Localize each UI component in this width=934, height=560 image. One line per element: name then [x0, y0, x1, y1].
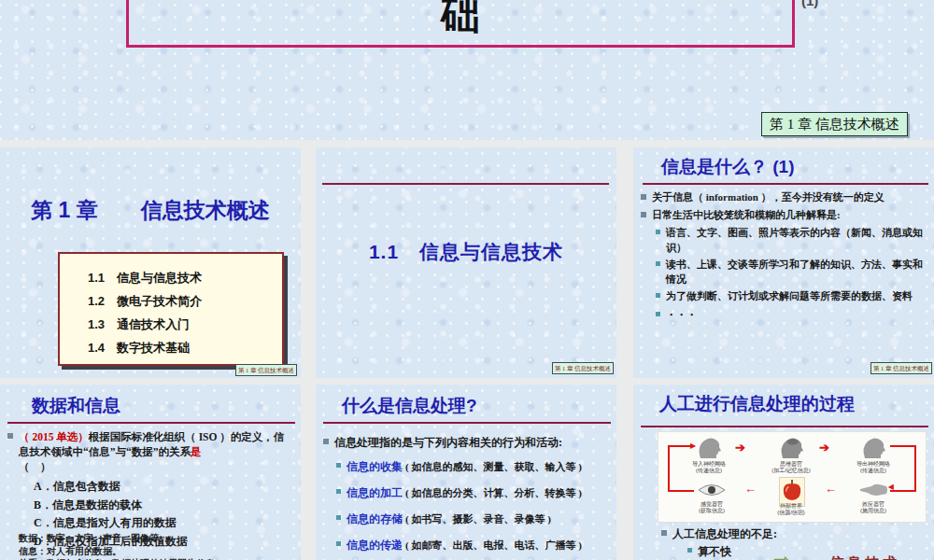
manual-title: 人工进行信息处理的过程: [659, 392, 855, 416]
drawback-item: 算不快: [698, 544, 731, 560]
option-c: C．信息是指对人有用的数据: [34, 514, 188, 533]
slide-section-1-1: 1.1 信息与信息技术 第 1 章 信息技术概述: [316, 147, 616, 378]
arrowhead-icon: ◀: [888, 483, 894, 491]
chapter-badge-mini: 第 1 章 信息技术概述: [235, 364, 297, 376]
bullet-square-icon: [656, 293, 660, 298]
toc-item: 1.1 信息与信息技术: [88, 266, 282, 289]
process-title: 什么是信息处理?: [342, 394, 477, 418]
note-line: 信息：对人有用的数据。: [19, 545, 215, 558]
bullet-square-icon: [7, 433, 13, 439]
chapter-badge: 第 1 章 信息技术概述: [761, 112, 908, 136]
block-arrow-icon: ⇨: [773, 549, 790, 560]
diagram-label: 思维器官(加工/记忆信息): [758, 461, 824, 474]
process-item-desc: ( 如信息的分类、计算、分析、转换等 ): [405, 487, 582, 498]
slides-preview-page: 础 (1) 第 1 章 信息技术概述 第 1 章 信息技术概述 1.1 信息与信…: [0, 0, 934, 560]
arrow-left-icon: ←: [825, 483, 837, 495]
head-profile-icon: [696, 436, 722, 464]
info-sub-bullet: 读书、上课、交谈等所学习和了解的知识、方法、事实和情况: [666, 258, 930, 287]
slide-what-is-information: 信息是什么？ (1) 关于信息（ information ），至今并没有统一的定…: [633, 147, 934, 378]
process-item-head: 信息的加工: [347, 486, 403, 499]
title-underline: [323, 422, 611, 424]
process-item-desc: ( 如书写、摄影、录音、录像等 ): [405, 513, 551, 525]
info-sub-bullet: 为了做判断、订计划或求解问题等所需要的数据、资料: [666, 289, 913, 304]
bullet-square-icon: [323, 439, 329, 444]
bullet-square-icon: [661, 530, 667, 536]
bullet-square-icon: [656, 230, 660, 234]
arrow-right-icon: ➔: [735, 441, 745, 454]
data-title: 数据和信息: [32, 394, 120, 418]
question-red-char: 是: [191, 446, 202, 457]
manual-process-diagram: ➔ ➔ 导入神经网络(传递信息) 思维器官(加工/记忆信息) 导出神经网络(传递…: [658, 431, 927, 523]
pointing-hand-icon: [858, 483, 888, 501]
exam-tag: （ 2015 单选）: [19, 431, 89, 442]
partial-bottom-text: 信息技术: [829, 554, 900, 560]
cover-title-box: 础: [126, 0, 795, 48]
option-a: A．信息包含数据: [34, 478, 188, 497]
info-sub-bullet: ・・・: [666, 308, 697, 323]
title-underline: [641, 426, 928, 427]
arrow-right-icon: ➔: [819, 441, 829, 454]
bullet-square-icon: [687, 548, 692, 553]
bullet-square-icon: [336, 489, 341, 494]
chapter-badge-mini: 第 1 章 信息技术概述: [552, 362, 614, 374]
info-sub-bullet: 语言、文字、图画、照片等表示的内容（新闻、消息或知识）: [666, 226, 930, 256]
title-underline: [643, 183, 928, 185]
title-underline: [7, 422, 295, 424]
toc-item: 1.2 微电子技术简介: [88, 289, 282, 313]
toc-title: 第 1 章 信息技术概述: [0, 196, 301, 225]
process-item-head: 信息的存储: [347, 512, 403, 525]
toc-box: 1.1 信息与信息技术 1.2 微电子技术简介 1.3 通信技术入门 1.4 数…: [58, 252, 284, 366]
process-lead: 信息处理指的是与下列内容相关的行为和活动:: [334, 435, 562, 451]
head-profile-icon: [778, 436, 804, 464]
arrowhead-icon: ▶: [690, 442, 696, 450]
slide-information-processing: 什么是信息处理? 信息处理指的是与下列内容相关的行为和活动: 信息的收集 ( 如…: [316, 385, 616, 560]
toc-item: 1.4 数字技术基础: [88, 336, 282, 359]
bullet-square-icon: [336, 515, 341, 520]
option-b: B．信息是数据的载体: [34, 497, 188, 515]
process-item-head: 信息的收集: [347, 460, 403, 473]
info-bullet: 日常生活中比较笼统和模糊的几种解释是:: [652, 208, 841, 223]
bullet-square-icon: [641, 194, 646, 200]
cover-title-tail: 础: [129, 0, 792, 41]
diagram-label: 外部世界(信源/信宿): [758, 503, 824, 516]
process-item-head: 信息的传递: [347, 539, 403, 552]
cover-corner-mark: (1): [801, 0, 818, 8]
slide-manual-processing: 人工进行信息处理的过程 ➔ ➔ 导入神经网络(传递信息) 思维器官(加工/记忆信…: [633, 385, 934, 560]
slide-cover: 础 (1) 第 1 章 信息技术概述: [0, 0, 934, 140]
arrow-left-icon: ←: [744, 483, 757, 495]
slide-data-and-information: 数据和信息 （ 2015 单选）根据国际标准化组织（ ISO ）的定义，信息技术…: [0, 385, 301, 560]
bullet-square-icon: [336, 463, 341, 468]
cycle-rail-left: [668, 445, 694, 492]
bullet-square-icon: [336, 541, 341, 546]
section-title: 1.1 信息与信息技术: [316, 239, 616, 265]
head-profile-icon: [860, 436, 886, 464]
bullet-square-icon: [641, 212, 646, 217]
eye-icon: [698, 483, 726, 500]
diagram-label: 效应器官(施用信息): [841, 501, 906, 514]
process-item-desc: ( 如邮寄、出版、电报、电话、广播等 ): [405, 539, 582, 551]
answer-notes: 数据：数字、文字、声音、图像等。 信息：对人有用的数据。 关系：数据包含信息，数…: [19, 532, 215, 560]
info-bullet: 关于信息（ information ），至今并没有统一的定义: [652, 190, 884, 205]
divider-line: [322, 183, 609, 185]
chapter-badge-mini: 第 1 章 信息技术概述: [870, 362, 932, 374]
process-item-desc: ( 如信息的感知、测量、获取、输入等 ): [405, 461, 582, 472]
bullet-square-icon: [656, 312, 660, 316]
toc-item: 1.3 通信技术入门: [88, 313, 282, 336]
info-title: 信息是什么？ (1): [661, 155, 795, 179]
question-tail: （ ）: [19, 461, 51, 472]
note-line: 数据：数字、文字、声音、图像等。: [19, 532, 215, 545]
bullet-square-icon: [656, 261, 660, 266]
cycle-rail-right: [890, 445, 916, 492]
slide-toc: 第 1 章 信息技术概述 1.1 信息与信息技术 1.2 微电子技术简介 1.3…: [0, 147, 301, 378]
drawback-lead: 人工信息处理的不足:: [672, 526, 777, 542]
diagram-label: 感觉器官(获取信息): [679, 501, 744, 514]
